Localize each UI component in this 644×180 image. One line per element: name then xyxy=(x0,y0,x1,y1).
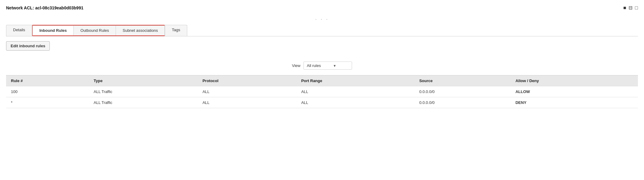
tab-tags-label: Tags xyxy=(172,28,180,32)
tabs-bar: Details Inbound Rules Outbound Rules Sub… xyxy=(6,25,638,36)
tab-subnet-associations-label: Subnet associations xyxy=(123,28,158,33)
inbound-rules-table: Rule # Type Protocol Port Range Source A… xyxy=(6,75,638,108)
tab-tags[interactable]: Tags xyxy=(165,25,187,36)
col-source: Source xyxy=(414,75,510,86)
cell-protocol: ALL xyxy=(198,86,296,97)
tab-details-label: Details xyxy=(13,28,25,32)
cell-source: 0.0.0.0/0 xyxy=(414,97,510,108)
header-icons: ■ ⊟ □ xyxy=(623,5,638,11)
tab-inbound-rules-label: Inbound Rules xyxy=(39,28,67,33)
cell-port-range: ALL xyxy=(296,97,414,108)
col-port-range: Port Range xyxy=(296,75,414,86)
cell-type: ALL Traffic xyxy=(89,86,198,97)
cell-rule-number: 100 xyxy=(6,86,89,97)
icon-minus-square[interactable]: ⊟ xyxy=(629,5,632,11)
tab-subnet-associations[interactable]: Subnet associations xyxy=(116,25,165,35)
table-row: *ALL TrafficALLALL0.0.0.0/0DENY xyxy=(6,97,638,108)
view-label: View xyxy=(292,63,300,68)
table-row: 100ALL TrafficALLALL0.0.0.0/0ALLOW xyxy=(6,86,638,97)
network-acl-info: Network ACL: acl-08c319eab0d03b991 xyxy=(6,5,83,10)
tab-inbound-rules[interactable]: Inbound Rules xyxy=(32,25,74,35)
cell-allow-deny: DENY xyxy=(510,97,638,108)
col-protocol: Protocol xyxy=(198,75,296,86)
cell-protocol: ALL xyxy=(198,97,296,108)
edit-inbound-rules-button[interactable]: Edit inbound rules xyxy=(6,41,50,51)
tab-outbound-rules-label: Outbound Rules xyxy=(80,28,109,33)
dropdown-arrow-icon: ▼ xyxy=(333,64,336,68)
icon-empty-square[interactable]: □ xyxy=(635,5,638,11)
network-acl-label: Network ACL: acl-08c319eab0d03b991 xyxy=(6,5,83,10)
cell-source: 0.0.0.0/0 xyxy=(414,86,510,97)
col-allow-deny: Allow / Deny xyxy=(510,75,638,86)
icon-filled-square[interactable]: ■ xyxy=(623,5,626,11)
col-rule-number: Rule # xyxy=(6,75,89,86)
tabs-highlighted-group: Inbound Rules Outbound Rules Subnet asso… xyxy=(32,25,165,36)
cell-rule-number: * xyxy=(6,97,89,108)
edit-button-row: Edit inbound rules xyxy=(6,41,638,56)
dots-indicator: · · · xyxy=(6,15,638,25)
page-header: Network ACL: acl-08c319eab0d03b991 ■ ⊟ □ xyxy=(6,5,638,11)
edit-inbound-rules-label: Edit inbound rules xyxy=(11,44,45,48)
view-selector-row: View All rules ▼ xyxy=(6,62,638,70)
tab-outbound-rules[interactable]: Outbound Rules xyxy=(73,25,116,35)
cell-port-range: ALL xyxy=(296,86,414,97)
acl-prefix: Network ACL: xyxy=(6,5,34,10)
col-type: Type xyxy=(89,75,198,86)
view-selected-value: All rules xyxy=(307,63,321,68)
tab-details[interactable]: Details xyxy=(6,25,32,36)
view-dropdown[interactable]: All rules ▼ xyxy=(303,62,352,70)
cell-type: ALL Traffic xyxy=(89,97,198,108)
acl-id: acl-08c319eab0d03b991 xyxy=(35,5,83,10)
table-header-row: Rule # Type Protocol Port Range Source A… xyxy=(6,75,638,86)
cell-allow-deny: ALLOW xyxy=(510,86,638,97)
